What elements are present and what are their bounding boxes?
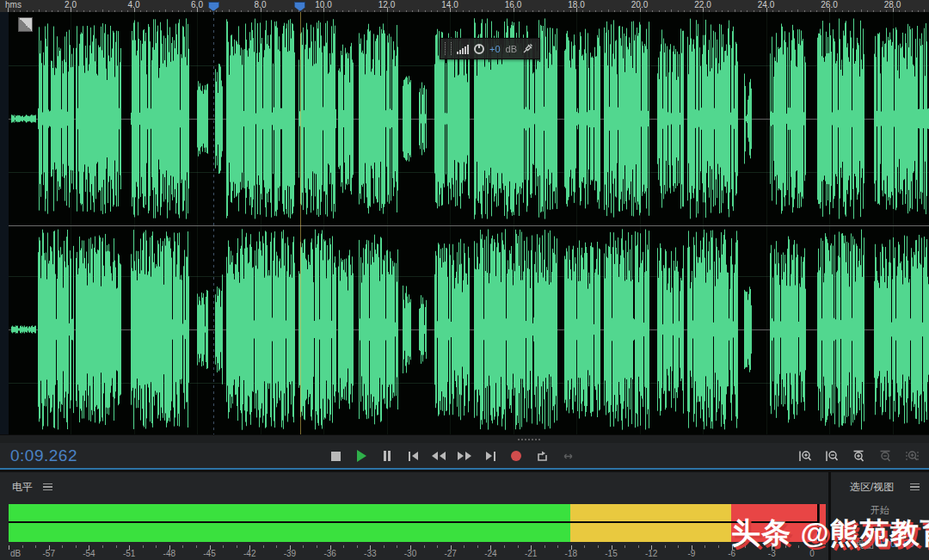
- meter-scale-label: -33: [364, 549, 376, 558]
- hud-drag-handle-icon[interactable]: [445, 42, 452, 55]
- skip-to-start-button[interactable]: [403, 446, 423, 466]
- meter-scale-label: dB: [10, 549, 21, 558]
- meter-scale-label: -18: [565, 549, 577, 558]
- levels-panel-title: 电平: [12, 480, 33, 495]
- meter-scale-label: -36: [323, 549, 335, 558]
- zoom-in-amplitude-button[interactable]: [795, 446, 815, 466]
- rewind-button[interactable]: [428, 446, 449, 466]
- channel-corner-icon[interactable]: [18, 17, 33, 32]
- timeline-ruler[interactable]: hms 2.04.06.08.010.012.014.016.018.020.0…: [0, 0, 929, 13]
- skip-to-end-button[interactable]: [480, 446, 501, 466]
- gain-unit-label: dB: [506, 44, 517, 54]
- volume-bars-icon: [457, 44, 469, 54]
- pause-button[interactable]: [377, 446, 397, 466]
- zoom-to-selection-button[interactable]: [901, 446, 922, 466]
- levels-panel-menu-icon[interactable]: [43, 483, 52, 491]
- waveform-left-gutter: [0, 12, 9, 434]
- meter-scale-label: -48: [163, 549, 175, 558]
- meter-scale-label: -9: [687, 549, 695, 558]
- volume-hud[interactable]: +0 dB: [440, 38, 540, 59]
- loop-playback-button[interactable]: [532, 446, 552, 466]
- meter-scale-label: -42: [243, 549, 255, 558]
- transport-bar: 0:09.262: [0, 443, 929, 470]
- audio-editor-window: hms 2.04.06.08.010.012.014.016.018.020.0…: [0, 0, 929, 560]
- playhead-line[interactable]: [300, 12, 301, 434]
- zoom-out-time-button[interactable]: [875, 446, 895, 466]
- transport-buttons: [325, 446, 578, 466]
- gain-knob-icon[interactable]: [474, 44, 484, 54]
- level-meter-bar-right: [9, 523, 817, 542]
- watermark: 头条 @熊苑教育: [731, 514, 929, 553]
- zoom-in-time-button[interactable]: [848, 446, 869, 466]
- meter-scale-label: -24: [484, 549, 496, 558]
- grip-dots-icon: [518, 439, 540, 440]
- pin-icon[interactable]: [522, 43, 533, 54]
- meter-scale-label: -51: [123, 549, 135, 558]
- meter-scale-label: -45: [203, 549, 215, 558]
- meter-scale-label: -57: [43, 549, 55, 558]
- panel-resize-grip[interactable]: [0, 434, 929, 443]
- panel-focus-border: [0, 468, 929, 470]
- zoom-toolbar: [795, 446, 929, 466]
- selection-view-panel-menu-icon[interactable]: [910, 483, 920, 491]
- gain-value[interactable]: +0: [489, 44, 501, 54]
- stop-button[interactable]: [325, 446, 346, 466]
- move-cti-button[interactable]: [557, 446, 578, 466]
- meter-scale-label: -54: [83, 549, 95, 558]
- meter-scale-label: -12: [645, 549, 657, 558]
- zoom-out-amplitude-button[interactable]: [821, 446, 842, 466]
- waveform-display[interactable]: [0, 12, 929, 434]
- fast-forward-button[interactable]: [454, 446, 475, 466]
- record-button[interactable]: [506, 446, 526, 466]
- meter-scale-label: -21: [525, 549, 537, 558]
- selection-view-panel-title: 选区/视图: [850, 480, 894, 495]
- meter-scale-label: -27: [444, 549, 456, 558]
- play-button[interactable]: [351, 446, 372, 466]
- meter-scale-label: -30: [404, 549, 416, 558]
- level-meter-bar-left: [9, 504, 817, 521]
- time-display[interactable]: 0:09.262: [10, 446, 77, 465]
- level-meter[interactable]: [9, 504, 818, 542]
- meter-scale-label: -39: [284, 549, 296, 558]
- marker-dashed-line: [213, 12, 214, 434]
- meter-scale-label: -15: [605, 549, 617, 558]
